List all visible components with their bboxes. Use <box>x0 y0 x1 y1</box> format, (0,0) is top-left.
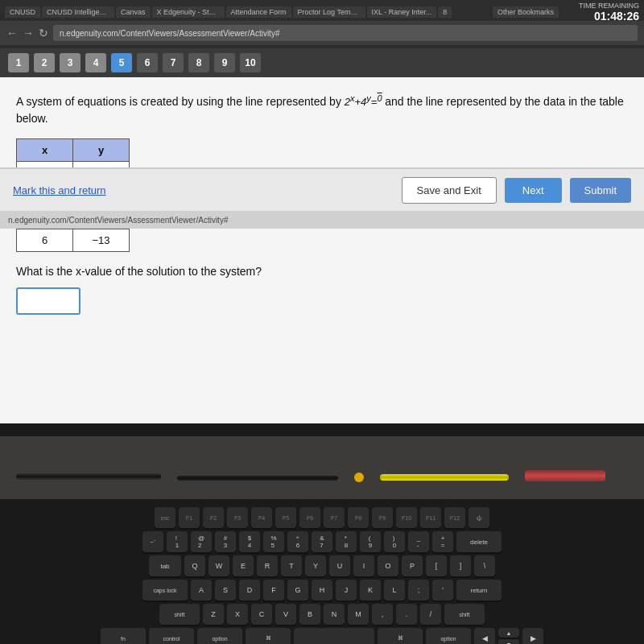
kb-key-tab[interactable]: tab <box>149 555 181 576</box>
kb-key-cmd-r[interactable]: ⌘ <box>378 628 423 644</box>
kb-key-f11[interactable]: F11 <box>420 507 441 528</box>
kb-key-i[interactable]: I <box>353 555 374 576</box>
kb-key-f7[interactable]: F7 <box>324 507 345 528</box>
q-num-8[interactable]: 8 <box>188 53 209 72</box>
kb-key-backspace[interactable]: delete <box>456 531 502 552</box>
kb-key-esc[interactable]: esc <box>155 507 175 528</box>
q-num-1[interactable]: 1 <box>8 53 29 72</box>
kb-key-6[interactable]: ^6 <box>287 531 308 552</box>
save-exit-button[interactable]: Save and Exit <box>402 177 497 204</box>
tab-bookmarks[interactable]: Other Bookmarks <box>493 6 559 18</box>
address-bar[interactable]: n.edgenuity.com/ContentViewers/Assessmen… <box>53 25 638 41</box>
kb-key-minus[interactable]: _- <box>408 531 429 552</box>
kb-key-power[interactable]: ⏻ <box>469 507 489 528</box>
kb-key-backslash[interactable]: \ <box>474 555 495 576</box>
kb-key-lbracket[interactable]: [ <box>426 555 447 576</box>
kb-key-a[interactable]: A <box>191 580 212 601</box>
kb-key-u[interactable]: U <box>329 555 350 576</box>
q-num-10[interactable]: 10 <box>240 53 261 72</box>
mark-return-link[interactable]: Mark this and return <box>13 184 106 196</box>
kb-key-h[interactable]: H <box>312 580 332 601</box>
kb-key-p[interactable]: P <box>402 555 423 576</box>
tab-8[interactable]: 8 <box>438 6 452 18</box>
kb-key-fn[interactable]: fn <box>101 628 146 644</box>
refresh-button[interactable]: ↻ <box>39 27 48 39</box>
kb-key-f10[interactable]: F10 <box>396 507 417 528</box>
kb-key-7[interactable]: &7 <box>312 531 332 552</box>
kb-key-9[interactable]: (9 <box>360 531 381 552</box>
kb-key-f1[interactable]: F1 <box>179 507 200 528</box>
kb-key-cmd-l[interactable]: ⌘ <box>246 628 291 644</box>
q-num-9[interactable]: 9 <box>214 53 235 72</box>
kb-key-down[interactable]: ▼ <box>498 639 519 644</box>
kb-key-rbracket[interactable]: ] <box>450 555 471 576</box>
kb-key-y[interactable]: Y <box>305 555 326 576</box>
kb-key-t[interactable]: T <box>281 555 302 576</box>
kb-key-f2[interactable]: F2 <box>203 507 224 528</box>
kb-key-k[interactable]: K <box>360 580 381 601</box>
tab-intelligent[interactable]: CNUSD Intelligen... <box>42 6 114 18</box>
q-num-2[interactable]: 2 <box>34 53 55 72</box>
q-num-7[interactable]: 7 <box>163 53 184 72</box>
kb-key-o[interactable]: O <box>378 555 398 576</box>
kb-key-shift-r[interactable]: shift <box>444 604 485 625</box>
kb-key-l[interactable]: L <box>384 580 405 601</box>
q-num-6[interactable]: 6 <box>137 53 158 72</box>
forward-button[interactable]: → <box>23 27 34 39</box>
kb-key-g[interactable]: G <box>287 580 308 601</box>
kb-key-f9[interactable]: F9 <box>372 507 393 528</box>
kb-key-right[interactable]: ▶ <box>522 628 543 644</box>
kb-key-comma[interactable]: , <box>372 604 393 625</box>
kb-key-w[interactable]: W <box>208 555 229 576</box>
tab-attendance[interactable]: Attendance Form <box>226 6 291 18</box>
kb-key-backtick[interactable]: ~` <box>142 531 163 552</box>
kb-key-f4[interactable]: F4 <box>251 507 272 528</box>
tab-ixl[interactable]: IXL - Raney Inter... <box>367 6 437 18</box>
kb-key-n[interactable]: N <box>324 604 345 625</box>
back-button[interactable]: ← <box>6 27 18 39</box>
kb-key-period[interactable]: . <box>396 604 417 625</box>
kb-key-ctrl[interactable]: control <box>149 628 194 644</box>
tab-edgenuity[interactable]: X Edgenuity - Stude... <box>152 6 225 18</box>
answer-input[interactable] <box>16 287 80 315</box>
q-num-4[interactable]: 4 <box>85 53 106 72</box>
kb-key-f8[interactable]: F8 <box>348 507 369 528</box>
kb-key-return[interactable]: return <box>456 580 502 601</box>
kb-key-equals[interactable]: += <box>432 531 453 552</box>
kb-key-f6[interactable]: F6 <box>299 507 320 528</box>
kb-key-space[interactable] <box>294 628 374 644</box>
q-num-3[interactable]: 3 <box>60 53 80 72</box>
kb-key-quote[interactable]: ' <box>432 580 453 601</box>
kb-key-semicolon[interactable]: ; <box>408 580 429 601</box>
kb-key-e[interactable]: E <box>233 555 254 576</box>
kb-key-f[interactable]: F <box>263 580 284 601</box>
kb-key-option-r[interactable]: option <box>426 628 471 644</box>
kb-key-0[interactable]: )0 <box>384 531 405 552</box>
kb-key-slash[interactable]: / <box>420 604 441 625</box>
kb-key-f3[interactable]: F3 <box>227 507 248 528</box>
kb-key-3[interactable]: #3 <box>215 531 236 552</box>
tab-canvas[interactable]: Canvas <box>116 6 151 18</box>
kb-key-d[interactable]: D <box>239 580 260 601</box>
kb-key-left[interactable]: ◀ <box>474 628 495 644</box>
kb-key-capslock[interactable]: caps lock <box>142 580 188 601</box>
kb-key-v[interactable]: V <box>275 604 296 625</box>
tab-cnusd[interactable]: CNUSD <box>5 6 40 18</box>
kb-key-2[interactable]: @2 <box>191 531 212 552</box>
kb-key-shift-l[interactable]: shift <box>159 604 200 625</box>
tab-proctor[interactable]: Proctor Log Templ... <box>293 6 365 18</box>
kb-key-j[interactable]: J <box>336 580 357 601</box>
submit-button[interactable]: Submit <box>570 178 631 203</box>
kb-key-up[interactable]: ▲ <box>498 628 519 638</box>
kb-key-r[interactable]: R <box>257 555 278 576</box>
kb-key-m[interactable]: M <box>348 604 369 625</box>
kb-key-4[interactable]: $4 <box>239 531 260 552</box>
kb-key-x[interactable]: X <box>227 604 248 625</box>
kb-key-8[interactable]: *8 <box>336 531 357 552</box>
kb-key-q[interactable]: Q <box>184 555 205 576</box>
kb-key-s[interactable]: S <box>215 580 236 601</box>
kb-key-f5[interactable]: F5 <box>275 507 296 528</box>
kb-key-z[interactable]: Z <box>203 604 224 625</box>
kb-key-f12[interactable]: F12 <box>444 507 465 528</box>
kb-key-1[interactable]: !1 <box>167 531 188 552</box>
